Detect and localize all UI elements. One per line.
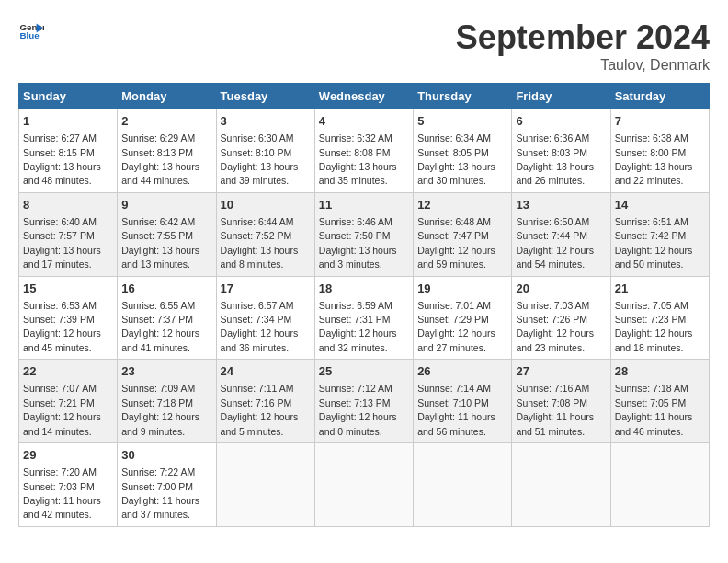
day-info: Sunrise: 7:09 AMSunset: 7:18 PMDaylight:… [121,383,199,436]
day-number: 19 [417,281,507,297]
calendar-cell [216,443,314,527]
day-info: Sunrise: 6:55 AMSunset: 7:37 PMDaylight:… [121,300,199,353]
calendar-cell: 8 Sunrise: 6:40 AMSunset: 7:57 PMDayligh… [19,192,118,276]
day-info: Sunrise: 6:27 AMSunset: 8:15 PMDaylight:… [23,132,101,186]
week-row-3: 15 Sunrise: 6:53 AMSunset: 7:39 PMDaylig… [19,276,710,360]
day-number: 1 [23,113,113,130]
calendar-cell: 14 Sunrise: 6:51 AMSunset: 7:42 PMDaylig… [610,192,709,276]
calendar-cell: 11 Sunrise: 6:46 AMSunset: 7:50 PMDaylig… [314,192,413,276]
day-info: Sunrise: 7:03 AMSunset: 7:26 PMDaylight:… [516,300,594,353]
day-number: 14 [615,197,705,213]
day-info: Sunrise: 6:46 AMSunset: 7:50 PMDaylight:… [319,216,397,270]
day-number: 8 [23,197,113,213]
calendar-cell: 23 Sunrise: 7:09 AMSunset: 7:18 PMDaylig… [118,360,216,443]
day-number: 18 [319,281,409,297]
day-number: 13 [516,197,606,213]
calendar-cell: 15 Sunrise: 6:53 AMSunset: 7:39 PMDaylig… [19,276,118,360]
day-number: 6 [516,113,606,130]
calendar-cell: 24 Sunrise: 7:11 AMSunset: 7:16 PMDaylig… [216,360,314,443]
day-info: Sunrise: 7:07 AMSunset: 7:21 PMDaylight:… [23,383,101,436]
calendar-cell: 29 Sunrise: 7:20 AMSunset: 7:03 PMDaylig… [19,443,118,527]
day-info: Sunrise: 7:22 AMSunset: 7:00 PMDaylight:… [121,466,199,520]
month-title: September 2024 [456,18,710,57]
column-headers: SundayMondayTuesdayWednesdayThursdayFrid… [19,84,710,109]
day-number: 15 [23,281,113,297]
logo: General Blue [18,18,44,44]
day-info: Sunrise: 7:14 AMSunset: 7:10 PMDaylight:… [417,383,495,436]
column-header-tuesday: Tuesday [216,84,314,109]
svg-text:Blue: Blue [19,30,40,40]
day-number: 11 [319,197,409,213]
calendar-cell: 9 Sunrise: 6:42 AMSunset: 7:55 PMDayligh… [118,192,216,276]
calendar-cell: 21 Sunrise: 7:05 AMSunset: 7:23 PMDaylig… [610,276,709,360]
day-number: 24 [221,363,311,380]
calendar-cell [314,443,413,527]
calendar-cell [512,443,610,527]
day-info: Sunrise: 7:20 AMSunset: 7:03 PMDaylight:… [23,466,101,520]
calendar-cell: 5 Sunrise: 6:34 AMSunset: 8:05 PMDayligh… [414,109,512,193]
day-number: 25 [319,363,409,380]
day-number: 29 [23,447,113,464]
day-number: 17 [221,281,311,297]
calendar-cell: 27 Sunrise: 7:16 AMSunset: 7:08 PMDaylig… [512,360,610,443]
day-info: Sunrise: 6:36 AMSunset: 8:03 PMDaylight:… [516,132,594,186]
day-info: Sunrise: 6:30 AMSunset: 8:10 PMDaylight:… [221,132,299,186]
day-number: 20 [516,281,606,297]
day-info: Sunrise: 6:51 AMSunset: 7:42 PMDaylight:… [615,216,693,270]
day-info: Sunrise: 6:42 AMSunset: 7:55 PMDaylight:… [121,216,199,270]
calendar-cell: 26 Sunrise: 7:14 AMSunset: 7:10 PMDaylig… [414,360,512,443]
column-header-monday: Monday [118,84,216,109]
day-info: Sunrise: 6:59 AMSunset: 7:31 PMDaylight:… [319,300,397,353]
day-number: 12 [417,197,507,213]
day-number: 7 [615,113,705,130]
day-info: Sunrise: 7:01 AMSunset: 7:29 PMDaylight:… [417,300,495,353]
day-info: Sunrise: 6:34 AMSunset: 8:05 PMDaylight:… [417,132,495,186]
calendar-cell: 16 Sunrise: 6:55 AMSunset: 7:37 PMDaylig… [118,276,216,360]
week-row-4: 22 Sunrise: 7:07 AMSunset: 7:21 PMDaylig… [19,360,710,443]
calendar-cell: 17 Sunrise: 6:57 AMSunset: 7:34 PMDaylig… [216,276,314,360]
logo-icon: General Blue [18,18,44,44]
day-number: 27 [516,363,606,380]
week-row-5: 29 Sunrise: 7:20 AMSunset: 7:03 PMDaylig… [19,443,710,527]
calendar-cell [414,443,512,527]
calendar-cell: 10 Sunrise: 6:44 AMSunset: 7:52 PMDaylig… [216,192,314,276]
day-number: 21 [615,281,705,297]
day-number: 4 [319,113,409,130]
calendar-cell: 19 Sunrise: 7:01 AMSunset: 7:29 PMDaylig… [414,276,512,360]
day-info: Sunrise: 6:40 AMSunset: 7:57 PMDaylight:… [23,216,101,270]
day-number: 26 [417,363,507,380]
day-info: Sunrise: 6:48 AMSunset: 7:47 PMDaylight:… [417,216,495,270]
calendar-table: SundayMondayTuesdayWednesdayThursdayFrid… [18,83,710,527]
column-header-wednesday: Wednesday [314,84,413,109]
calendar-cell: 20 Sunrise: 7:03 AMSunset: 7:26 PMDaylig… [512,276,610,360]
calendar-cell: 7 Sunrise: 6:38 AMSunset: 8:00 PMDayligh… [610,109,709,193]
calendar-cell: 6 Sunrise: 6:36 AMSunset: 8:03 PMDayligh… [512,109,610,193]
day-info: Sunrise: 7:11 AMSunset: 7:16 PMDaylight:… [221,383,299,436]
calendar-cell: 12 Sunrise: 6:48 AMSunset: 7:47 PMDaylig… [414,192,512,276]
column-header-friday: Friday [512,84,610,109]
day-info: Sunrise: 6:50 AMSunset: 7:44 PMDaylight:… [516,216,594,270]
calendar-cell: 28 Sunrise: 7:18 AMSunset: 7:05 PMDaylig… [610,360,709,443]
page-header: General Blue September 2024 Taulov, Denm… [18,18,710,74]
calendar-cell: 30 Sunrise: 7:22 AMSunset: 7:00 PMDaylig… [118,443,216,527]
day-number: 28 [615,363,705,380]
week-row-1: 1 Sunrise: 6:27 AMSunset: 8:15 PMDayligh… [19,109,710,193]
day-number: 16 [121,281,211,297]
column-header-saturday: Saturday [610,84,709,109]
calendar-cell: 3 Sunrise: 6:30 AMSunset: 8:10 PMDayligh… [216,109,314,193]
day-number: 3 [221,113,311,130]
calendar-cell [610,443,709,527]
day-info: Sunrise: 6:53 AMSunset: 7:39 PMDaylight:… [23,300,101,353]
calendar-cell: 18 Sunrise: 6:59 AMSunset: 7:31 PMDaylig… [314,276,413,360]
title-section: September 2024 Taulov, Denmark [456,18,710,74]
day-number: 5 [417,113,507,130]
day-number: 23 [121,363,211,380]
calendar-cell: 2 Sunrise: 6:29 AMSunset: 8:13 PMDayligh… [118,109,216,193]
column-header-thursday: Thursday [414,84,512,109]
column-header-sunday: Sunday [19,84,118,109]
day-number: 9 [121,197,211,213]
calendar-cell: 13 Sunrise: 6:50 AMSunset: 7:44 PMDaylig… [512,192,610,276]
day-info: Sunrise: 6:29 AMSunset: 8:13 PMDaylight:… [121,132,199,186]
calendar-cell: 4 Sunrise: 6:32 AMSunset: 8:08 PMDayligh… [314,109,413,193]
calendar-cell: 22 Sunrise: 7:07 AMSunset: 7:21 PMDaylig… [19,360,118,443]
